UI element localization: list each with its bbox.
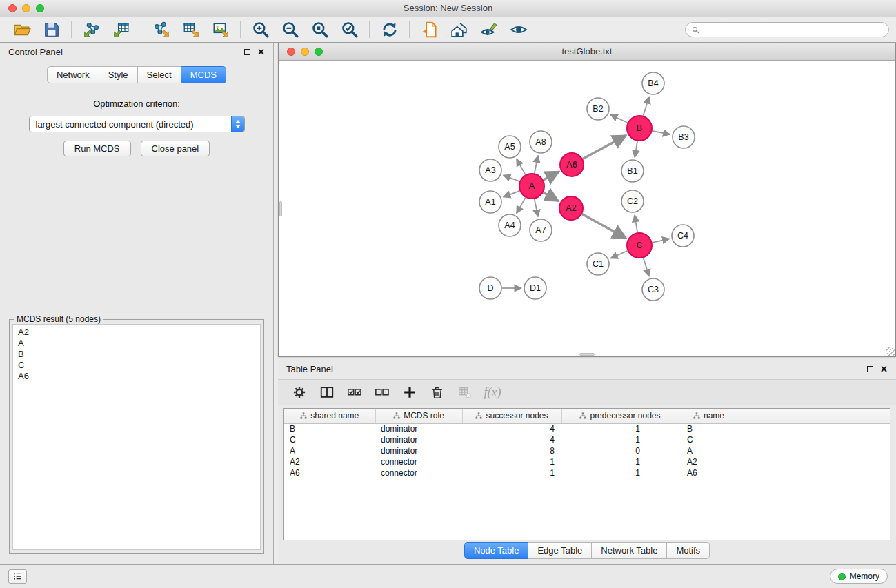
table-row[interactable]: Adominator80A bbox=[284, 445, 890, 456]
graph-edge-A-A1[interactable] bbox=[504, 191, 520, 197]
cell-successor-nodes[interactable]: 4 bbox=[462, 434, 561, 445]
column-header-successor-nodes[interactable]: successor nodes bbox=[462, 409, 561, 423]
graph-edge-A-A2[interactable] bbox=[544, 192, 559, 201]
control-tab-network[interactable]: Network bbox=[47, 66, 99, 83]
table-tab-node-table[interactable]: Node Table bbox=[464, 542, 529, 559]
graph-edge-A-A5[interactable] bbox=[517, 159, 526, 174]
graph-edge-C-C2[interactable] bbox=[635, 215, 637, 232]
cell-successor-nodes[interactable]: 8 bbox=[462, 445, 561, 456]
cell-name[interactable]: A2 bbox=[679, 456, 739, 467]
cell-name[interactable]: A6 bbox=[679, 467, 739, 478]
graph-node-C3[interactable]: C3 bbox=[642, 278, 664, 301]
graph-node-A7[interactable]: A7 bbox=[530, 219, 552, 241]
graph-node-A[interactable]: A bbox=[519, 174, 544, 199]
delete-table-button[interactable] bbox=[453, 382, 477, 403]
graph-node-B4[interactable]: B4 bbox=[642, 72, 664, 94]
cell-successor-nodes[interactable]: 1 bbox=[462, 456, 561, 467]
mcds-result-item[interactable]: C bbox=[18, 360, 255, 371]
cell-MCDS-role[interactable]: dominator bbox=[375, 445, 462, 456]
graph-node-D1[interactable]: D1 bbox=[524, 277, 546, 299]
graph-edge-A-A8[interactable] bbox=[535, 156, 538, 174]
cell-MCDS-role[interactable]: dominator bbox=[375, 434, 462, 445]
graph-node-B3[interactable]: B3 bbox=[673, 126, 695, 148]
unselect-all-columns-button[interactable] bbox=[370, 382, 394, 403]
cell-shared-name[interactable]: C bbox=[284, 434, 375, 445]
export-image-button[interactable] bbox=[206, 19, 235, 41]
graph-edge-A-A7[interactable] bbox=[535, 199, 538, 217]
mcds-result-item[interactable]: A2 bbox=[18, 327, 255, 338]
mcds-result-item[interactable]: A bbox=[18, 338, 255, 349]
create-column-button[interactable] bbox=[398, 382, 421, 403]
graph-node-C1[interactable]: C1 bbox=[587, 253, 609, 275]
select-all-columns-button[interactable] bbox=[343, 382, 366, 403]
open-session-button[interactable] bbox=[7, 19, 37, 41]
column-header-shared-name[interactable]: shared name bbox=[284, 409, 375, 423]
cell-MCDS-role[interactable]: connector bbox=[375, 456, 462, 467]
graph-node-A8[interactable]: A8 bbox=[530, 131, 552, 153]
graph-edge-A6-B[interactable] bbox=[583, 136, 626, 159]
graph-node-B1[interactable]: B1 bbox=[621, 160, 644, 182]
cell-predecessor-nodes[interactable]: 1 bbox=[561, 434, 679, 445]
graph-node-A5[interactable]: A5 bbox=[499, 136, 521, 158]
network-canvas[interactable]: B4B2BB3A5A8A6A3B1AA1C2A2A4A7C4CC1C3DD1 bbox=[279, 61, 895, 356]
left-splitter-handle[interactable] bbox=[279, 201, 282, 216]
close-table-panel-icon[interactable]: ✕ bbox=[880, 365, 888, 374]
annotation-document-button[interactable] bbox=[415, 19, 444, 41]
cell-name[interactable]: C bbox=[679, 434, 739, 445]
bottom-splitter-handle[interactable] bbox=[579, 353, 595, 356]
graph-node-A4[interactable]: A4 bbox=[499, 214, 521, 236]
cell-shared-name[interactable]: A2 bbox=[284, 456, 375, 467]
float-panel-icon[interactable] bbox=[244, 49, 250, 55]
network-overview-button[interactable] bbox=[444, 19, 474, 41]
graph-edge-B-B3[interactable] bbox=[653, 131, 670, 134]
show-hide-details-button[interactable] bbox=[504, 19, 533, 41]
graph-edge-A-A4[interactable] bbox=[517, 198, 526, 214]
cell-name[interactable]: A bbox=[679, 445, 739, 456]
network-zoom-button[interactable] bbox=[315, 48, 323, 56]
graph-node-A2[interactable]: A2 bbox=[559, 196, 583, 220]
table-settings-button[interactable] bbox=[288, 382, 311, 403]
import-network-button[interactable] bbox=[77, 19, 106, 41]
optimization-criterion-select[interactable]: largest connected component (directed) bbox=[29, 116, 245, 132]
graph-node-A1[interactable]: A1 bbox=[479, 191, 501, 213]
table-tab-edge-table[interactable]: Edge Table bbox=[528, 542, 592, 559]
table-tab-network-table[interactable]: Network Table bbox=[592, 542, 667, 559]
control-tab-select[interactable]: Select bbox=[138, 66, 181, 83]
cell-name[interactable]: B bbox=[679, 423, 739, 434]
graphics-details-button[interactable] bbox=[474, 19, 504, 41]
control-tab-style[interactable]: Style bbox=[99, 66, 138, 83]
graph-node-C4[interactable]: C4 bbox=[672, 225, 694, 247]
table-tab-motifs[interactable]: Motifs bbox=[667, 542, 710, 559]
graph-edge-A-A6[interactable] bbox=[544, 172, 559, 180]
cell-shared-name[interactable]: A6 bbox=[284, 467, 375, 478]
table-row[interactable]: Bdominator41B bbox=[284, 423, 890, 434]
cell-shared-name[interactable]: A bbox=[284, 445, 375, 456]
graph-node-B[interactable]: B bbox=[627, 116, 652, 141]
zoom-selected-button[interactable] bbox=[335, 19, 364, 41]
graph-edge-B-B1[interactable] bbox=[635, 141, 637, 158]
graph-node-C[interactable]: C bbox=[627, 233, 652, 258]
network-minimize-button[interactable] bbox=[301, 48, 309, 56]
delete-columns-button[interactable] bbox=[426, 382, 449, 403]
graph-node-B2[interactable]: B2 bbox=[587, 98, 609, 120]
graph-node-C2[interactable]: C2 bbox=[621, 190, 644, 212]
resize-grip[interactable] bbox=[886, 347, 895, 356]
zoom-window-button[interactable] bbox=[36, 4, 44, 12]
graph-edge-C-C1[interactable] bbox=[610, 251, 628, 258]
cell-MCDS-role[interactable]: connector bbox=[375, 467, 462, 478]
mcds-result-item[interactable]: A6 bbox=[18, 371, 255, 382]
minimize-window-button[interactable] bbox=[22, 4, 30, 12]
graph-edge-C-C3[interactable] bbox=[644, 258, 649, 276]
graph-edge-C-C4[interactable] bbox=[653, 239, 670, 243]
task-history-button[interactable] bbox=[8, 569, 27, 584]
cell-predecessor-nodes[interactable]: 0 bbox=[561, 445, 679, 456]
export-table-button[interactable] bbox=[176, 19, 206, 41]
run-mcds-button[interactable]: Run MCDS bbox=[63, 141, 131, 156]
network-close-button[interactable] bbox=[287, 48, 295, 56]
table-row[interactable]: Cdominator41C bbox=[284, 434, 890, 445]
cell-predecessor-nodes[interactable]: 1 bbox=[561, 467, 679, 478]
cell-successor-nodes[interactable]: 1 bbox=[462, 467, 561, 478]
zoom-out-button[interactable] bbox=[275, 19, 305, 41]
close-panel-icon[interactable]: ✕ bbox=[257, 48, 265, 57]
zoom-fit-button[interactable] bbox=[305, 19, 335, 41]
